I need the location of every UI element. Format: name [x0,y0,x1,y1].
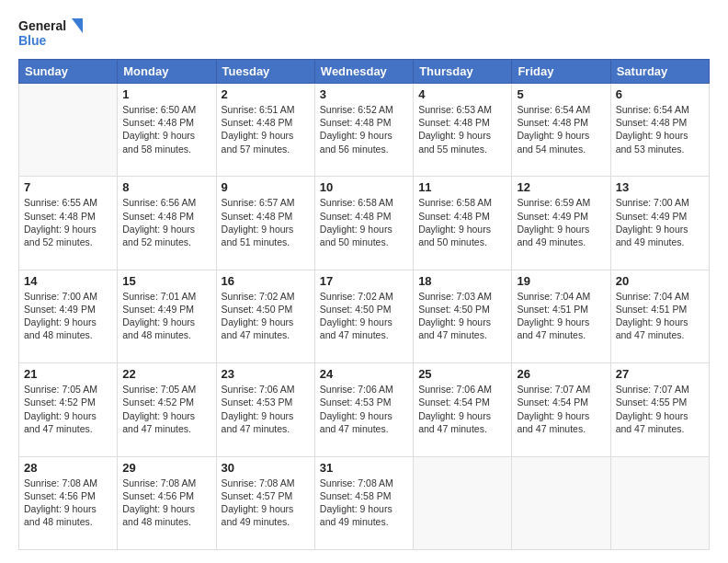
daylight-value: and 50 minutes. [320,236,408,248]
sunrise-line: Sunrise: 7:01 AM [122,290,210,303]
calendar-week-row: 7Sunrise: 6:55 AMSunset: 4:48 PMDaylight… [19,177,710,270]
daylight-label: Daylight: 9 hours [222,129,310,142]
calendar-cell [414,456,512,549]
daylight-value: and 58 minutes. [122,143,210,155]
daylight-label: Daylight: 9 hours [222,502,310,515]
sunrise-line: Sunrise: 6:53 AM [418,103,506,116]
calendar-cell: 13Sunrise: 7:00 AMSunset: 4:49 PMDayligh… [610,177,709,270]
daylight-label: Daylight: 9 hours [222,316,310,328]
sunrise-line: Sunrise: 6:51 AM [222,103,310,116]
daylight-value: and 50 minutes. [418,236,506,248]
sunset-line: Sunset: 4:51 PM [517,303,605,316]
day-number: 9 [222,180,310,194]
svg-marker-2 [72,18,83,33]
sunset-line: Sunset: 4:48 PM [122,116,210,129]
daylight-label: Daylight: 9 hours [24,502,112,515]
sunrise-line: Sunrise: 7:07 AM [517,383,605,396]
logo-svg: General Blue [18,17,83,50]
sunset-line: Sunset: 4:50 PM [418,303,506,316]
daylight-label: Daylight: 9 hours [222,223,310,236]
calendar-cell: 5Sunrise: 6:54 AMSunset: 4:48 PMDaylight… [512,84,610,177]
col-header-sunday: Sunday [19,60,118,84]
daylight-label: Daylight: 9 hours [616,223,704,236]
sunrise-line: Sunrise: 7:06 AM [320,383,408,396]
calendar-table: SundayMondayTuesdayWednesdayThursdayFrid… [18,59,710,550]
day-number: 19 [517,274,605,288]
calendar-cell: 31Sunrise: 7:08 AMSunset: 4:58 PMDayligh… [314,456,413,549]
daylight-label: Daylight: 9 hours [418,223,506,236]
daylight-value: and 48 minutes. [24,515,112,528]
calendar-cell: 25Sunrise: 7:06 AMSunset: 4:54 PMDayligh… [414,363,512,456]
day-number: 2 [222,87,310,101]
day-number: 5 [517,87,605,101]
sunrise-line: Sunrise: 7:08 AM [122,477,210,489]
day-number: 4 [418,87,506,101]
daylight-label: Daylight: 9 hours [122,409,210,422]
col-header-thursday: Thursday [414,60,512,84]
daylight-value: and 47 minutes. [122,422,210,435]
sunset-line: Sunset: 4:56 PM [122,489,210,502]
calendar-cell: 10Sunrise: 6:58 AMSunset: 4:48 PMDayligh… [314,177,413,270]
sunrise-line: Sunrise: 6:58 AM [320,196,408,209]
calendar-cell: 30Sunrise: 7:08 AMSunset: 4:57 PMDayligh… [216,456,314,549]
daylight-value: and 47 minutes. [24,422,112,435]
sunrise-line: Sunrise: 6:50 AM [122,103,210,116]
calendar-cell: 21Sunrise: 7:05 AMSunset: 4:52 PMDayligh… [19,363,118,456]
sunrise-line: Sunrise: 7:08 AM [24,477,112,489]
daylight-label: Daylight: 9 hours [24,223,112,236]
sunrise-line: Sunrise: 6:57 AM [222,196,310,209]
sunset-line: Sunset: 4:48 PM [122,210,210,223]
sunrise-line: Sunrise: 7:08 AM [222,477,310,489]
sunset-line: Sunset: 4:51 PM [616,303,704,316]
day-number: 13 [616,180,704,194]
calendar-cell [19,84,118,177]
calendar-cell: 19Sunrise: 7:04 AMSunset: 4:51 PMDayligh… [512,270,610,362]
sunrise-line: Sunrise: 7:05 AM [24,383,112,396]
daylight-label: Daylight: 9 hours [616,409,704,422]
calendar-week-row: 21Sunrise: 7:05 AMSunset: 4:52 PMDayligh… [19,363,710,456]
col-header-wednesday: Wednesday [314,60,413,84]
daylight-value: and 47 minutes. [222,328,310,341]
sunrise-line: Sunrise: 7:04 AM [616,290,704,303]
calendar-cell: 20Sunrise: 7:04 AMSunset: 4:51 PMDayligh… [610,270,709,362]
calendar-cell: 22Sunrise: 7:05 AMSunset: 4:52 PMDayligh… [118,363,216,456]
sunrise-line: Sunrise: 7:02 AM [222,290,310,303]
col-header-saturday: Saturday [610,60,709,84]
sunset-line: Sunset: 4:48 PM [418,210,506,223]
daylight-label: Daylight: 9 hours [24,409,112,422]
sunrise-line: Sunrise: 6:54 AM [517,103,605,116]
calendar-cell: 3Sunrise: 6:52 AMSunset: 4:48 PMDaylight… [314,84,413,177]
daylight-label: Daylight: 9 hours [616,129,704,142]
calendar-cell: 26Sunrise: 7:07 AMSunset: 4:54 PMDayligh… [512,363,610,456]
sunrise-line: Sunrise: 7:04 AM [517,290,605,303]
sunset-line: Sunset: 4:53 PM [222,396,310,408]
day-number: 11 [418,180,506,194]
daylight-value: and 49 minutes. [222,515,310,528]
daylight-value: and 47 minutes. [320,328,408,341]
daylight-value: and 53 minutes. [616,143,704,155]
day-number: 15 [122,274,210,288]
svg-text:Blue: Blue [18,33,47,48]
sunset-line: Sunset: 4:48 PM [320,116,408,129]
daylight-value: and 47 minutes. [320,422,408,435]
sunset-line: Sunset: 4:48 PM [24,210,112,223]
daylight-value: and 47 minutes. [418,328,506,341]
calendar-cell: 24Sunrise: 7:06 AMSunset: 4:53 PMDayligh… [314,363,413,456]
sunrise-line: Sunrise: 7:08 AM [320,477,408,489]
header: General Blue [18,17,710,50]
daylight-label: Daylight: 9 hours [418,316,506,328]
daylight-label: Daylight: 9 hours [616,316,704,328]
day-number: 24 [320,367,408,381]
calendar-week-row: 1Sunrise: 6:50 AMSunset: 4:48 PMDaylight… [19,84,710,177]
daylight-value: and 56 minutes. [320,143,408,155]
calendar-cell: 14Sunrise: 7:00 AMSunset: 4:49 PMDayligh… [19,270,118,362]
sunset-line: Sunset: 4:50 PM [320,303,408,316]
sunset-line: Sunset: 4:53 PM [320,396,408,408]
day-number: 27 [616,367,704,381]
daylight-label: Daylight: 9 hours [222,409,310,422]
sunrise-line: Sunrise: 6:55 AM [24,196,112,209]
calendar-cell: 9Sunrise: 6:57 AMSunset: 4:48 PMDaylight… [216,177,314,270]
day-number: 1 [122,87,210,101]
calendar-cell [610,456,709,549]
daylight-label: Daylight: 9 hours [517,409,605,422]
